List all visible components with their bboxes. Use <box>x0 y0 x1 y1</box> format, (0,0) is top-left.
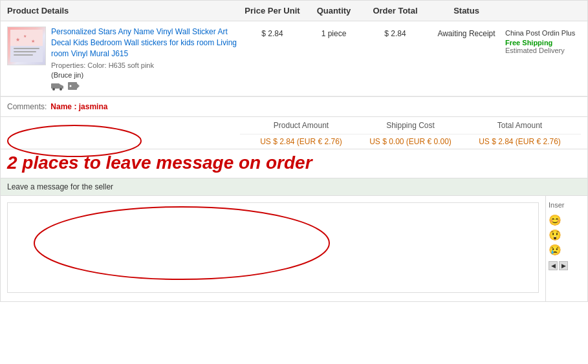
emoji-row-2: 😲 <box>549 229 585 241</box>
emoji-sad[interactable]: 😢 <box>549 244 561 256</box>
message-section-body: Inser 😊 😲 😢 ◀ ▶ <box>0 195 588 302</box>
tag-icon <box>68 81 80 91</box>
svg-rect-6 <box>14 51 36 52</box>
comments-value: Name : jasmina <box>50 102 107 111</box>
nav-right-arrow[interactable]: ▶ <box>559 261 568 270</box>
header-product: Product Details <box>7 6 240 16</box>
product-properties: Properties: Color: H635 soft pink <box>51 61 240 69</box>
price-cell: $ 2.84 <box>240 27 305 38</box>
table-row: ★ ★ ★ Personalized Stars Any Name Vinyl … <box>1 21 587 96</box>
header-shipping <box>505 6 581 16</box>
svg-rect-7 <box>14 54 33 56</box>
svg-rect-8 <box>51 83 60 89</box>
total-amount-value: US $ 2.84 (EUR € 2.76) <box>465 137 574 146</box>
comments-label: Comments: <box>7 102 47 111</box>
product-amount-value: US $ 2.84 (EUR € 2.76) <box>246 137 356 146</box>
shipping-info-cell: China Post Ordin Plus Free Shipping Esti… <box>505 27 581 54</box>
svg-text:★: ★ <box>16 37 20 43</box>
svg-text:★: ★ <box>23 34 27 38</box>
order-table-body: ★ ★ ★ Personalized Stars Any Name Vinyl … <box>0 21 588 96</box>
header-status: Status <box>428 6 505 16</box>
totals-row: Product Amount Shipping Cost Total Amoun… <box>0 116 588 149</box>
totals-header-row: Product Amount Shipping Cost Total Amoun… <box>240 117 581 134</box>
message-textarea-wrapper <box>1 196 545 301</box>
quantity-cell: 1 piece <box>305 27 363 38</box>
emoji-surprised[interactable]: 😲 <box>549 229 561 241</box>
svg-marker-9 <box>60 84 63 89</box>
annotation-text: 2 places to leave message on order <box>7 152 581 174</box>
header-quantity: Quantity <box>305 6 363 16</box>
free-shipping-badge: Free Shipping <box>505 39 581 47</box>
svg-text:★: ★ <box>31 39 35 43</box>
product-name[interactable]: Personalized Stars Any Name Vinyl Wall S… <box>51 27 240 59</box>
svg-rect-5 <box>14 48 39 49</box>
svg-point-10 <box>52 88 55 91</box>
product-image: ★ ★ ★ <box>7 27 46 65</box>
header-price: Price Per Unit <box>240 6 305 16</box>
total-amount-header: Total Amount <box>465 121 574 130</box>
emoji-row-1: 😊 <box>549 214 585 226</box>
product-amount-header: Product Amount <box>246 121 356 130</box>
shipping-cost-header: Shipping Cost <box>356 121 465 130</box>
svg-rect-12 <box>68 82 77 90</box>
message-textarea[interactable] <box>7 202 539 293</box>
header-order-total: Order Total <box>363 6 428 16</box>
truck-icon <box>51 81 64 91</box>
shipping-method: China Post Ordin Plus <box>505 29 581 37</box>
nav-arrows: ◀ ▶ <box>549 261 585 270</box>
totals-right: Product Amount Shipping Cost Total Amoun… <box>234 117 587 149</box>
product-info: Personalized Stars Any Name Vinyl Wall S… <box>51 27 240 91</box>
message-section-header: Leave a message for the seller <box>0 178 588 195</box>
product-icons <box>51 81 240 91</box>
shipping-cost-value: US $ 0.00 (EUR € 0.00) <box>356 137 465 146</box>
svg-point-11 <box>60 88 62 91</box>
insert-label: Inser <box>549 201 585 209</box>
order-table-header: Product Details Price Per Unit Quantity … <box>0 0 588 21</box>
totals-columns: Product Amount Shipping Cost Total Amoun… <box>234 117 587 149</box>
estimated-delivery: Estimated Delivery <box>505 47 581 54</box>
message-sidebar: Inser 😊 😲 😢 ◀ ▶ <box>545 196 587 301</box>
annotation-overlay: 2 places to leave message on order <box>0 149 588 178</box>
svg-point-14 <box>70 85 72 87</box>
product-cell: ★ ★ ★ Personalized Stars Any Name Vinyl … <box>7 27 240 91</box>
totals-left-spacer <box>1 117 234 149</box>
status-cell: Awaiting Receipt <box>428 27 505 38</box>
comments-row: Comments: Name : jasmina <box>0 96 588 116</box>
svg-marker-13 <box>77 83 80 89</box>
totals-value-row: US $ 2.84 (EUR € 2.76) US $ 0.00 (EUR € … <box>240 134 581 149</box>
emoji-happy[interactable]: 😊 <box>549 214 561 226</box>
nav-left-arrow[interactable]: ◀ <box>549 261 558 270</box>
product-buyer: (Bruce jin) <box>51 71 240 79</box>
total-cell: $ 2.84 <box>363 27 428 38</box>
emoji-row-3: 😢 <box>549 244 585 256</box>
